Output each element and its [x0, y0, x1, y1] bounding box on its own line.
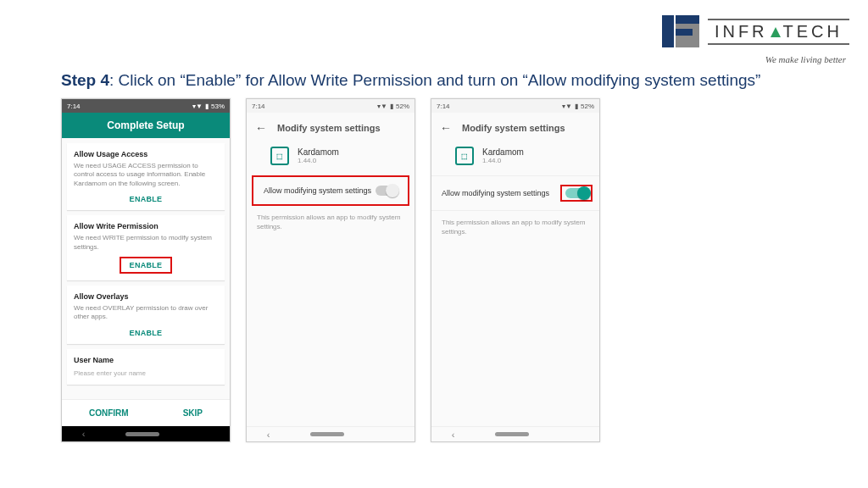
status-time: 7:14 — [252, 103, 265, 110]
app-icon: ⬚ — [455, 147, 474, 165]
status-time: 7:14 — [437, 103, 450, 110]
system-header: ← Modify system settings — [431, 113, 599, 143]
card-text: We need OVERLAY permission to draw over … — [74, 304, 218, 322]
brand-logo: INFR TECH — [662, 15, 849, 47]
statusbar: 7:14 ▾▼ ▮ 52% — [431, 99, 599, 113]
app-version: 1.44.0 — [298, 157, 339, 164]
toggle-highlight — [560, 185, 593, 202]
toggle-row-highlighted[interactable]: Allow modifying system settings — [252, 175, 409, 206]
toggle-label: Allow modifying system settings — [264, 186, 371, 195]
wifi-icon: ▾▼ — [377, 103, 387, 110]
screen-header: Complete Setup — [62, 113, 230, 138]
nav-back-icon[interactable]: ‹ — [82, 429, 86, 439]
status-battery: 52% — [396, 103, 409, 110]
app-version: 1.44.0 — [482, 157, 524, 164]
android-navbar: ‹ — [247, 426, 415, 441]
header-title: Modify system settings — [462, 123, 565, 133]
brand-name-right: TECH — [783, 22, 843, 42]
nav-home-pill[interactable] — [125, 432, 159, 436]
wifi-icon: ▾▼ — [562, 103, 572, 110]
nav-back-icon[interactable]: ‹ — [452, 430, 455, 440]
enable-button[interactable]: ENABLE — [74, 329, 218, 337]
nav-home-pill[interactable] — [310, 432, 344, 436]
status-time: 7:14 — [67, 103, 81, 110]
header-title: Modify system settings — [277, 123, 381, 133]
app-icon: ⬚ — [270, 147, 289, 165]
app-row: ⬚ Kardamom 1.44.0 — [431, 143, 599, 175]
app-row: ⬚ Kardamom 1.44.0 — [247, 143, 415, 175]
android-navbar: ‹ — [431, 426, 599, 441]
phone-screenshot-3: 7:14 ▾▼ ▮ 52% ← Modify system settings ⬚… — [431, 98, 600, 442]
card-title: Allow Usage Access — [74, 150, 218, 158]
step-number: Step 4 — [61, 71, 109, 89]
status-battery: 52% — [581, 103, 594, 110]
phone-screenshot-1: 7:14 ▾▼ ▮ 53% Complete Setup Allow Usage… — [61, 98, 231, 442]
skip-button[interactable]: SKIP — [183, 408, 203, 418]
card-title: Allow Overlays — [74, 292, 218, 301]
card-overlays: Allow Overlays We need OVERLAY permissio… — [67, 286, 225, 344]
brand-name-left: INFR — [715, 22, 768, 42]
system-header: ← Modify system settings — [247, 113, 415, 143]
nav-back-icon[interactable]: ‹ — [267, 430, 270, 440]
battery-icon: ▮ — [390, 103, 393, 110]
bottom-bar: CONFIRM SKIP — [62, 399, 230, 426]
card-usage-access: Allow Usage Access We need USAGE ACCESS … — [67, 143, 225, 210]
logo-text: INFR TECH — [708, 19, 849, 45]
status-battery: 53% — [211, 103, 225, 110]
toggle-switch-off[interactable] — [376, 186, 398, 196]
username-input[interactable]: Please enter your name — [74, 369, 218, 378]
toggle-label: Allow modifying system settings — [442, 189, 549, 197]
phone-screenshot-2: 7:14 ▾▼ ▮ 52% ← Modify system settings ⬚… — [246, 98, 415, 442]
wifi-icon: ▾▼ — [192, 103, 203, 110]
permission-description: This permission allows an app to modify … — [431, 211, 599, 243]
logo-nf-icon — [662, 15, 699, 47]
nav-home-pill[interactable] — [495, 432, 529, 436]
card-write-permission: Allow Write Permission We need WRITE per… — [67, 215, 225, 280]
app-name: Kardamom — [482, 147, 524, 157]
confirm-button[interactable]: CONFIRM — [89, 408, 129, 418]
card-user-name: User Name Please enter your name — [67, 349, 225, 385]
toggle-row[interactable]: Allow modifying system settings — [431, 175, 599, 211]
card-text: We need USAGE ACCESS permission to contr… — [74, 162, 218, 188]
step-text: : Click on “Enable” for Allow Write Perm… — [109, 71, 760, 89]
app-name: Kardamom — [298, 147, 339, 157]
battery-icon: ▮ — [205, 103, 209, 110]
card-title: User Name — [74, 356, 218, 364]
enable-button[interactable]: ENABLE — [74, 195, 218, 203]
brand-tagline: We make living better — [765, 54, 846, 64]
card-title: Allow Write Permission — [74, 222, 218, 230]
back-arrow-icon[interactable]: ← — [255, 121, 267, 135]
logo-triangle-icon — [771, 27, 781, 37]
android-navbar: ‹ — [62, 426, 230, 441]
statusbar: 7:14 ▾▼ ▮ 52% — [247, 99, 415, 113]
step-heading: Step 4: Click on “Enable” for Allow Writ… — [61, 71, 760, 90]
back-arrow-icon[interactable]: ← — [440, 121, 452, 135]
card-text: We need WRITE permission to modify syste… — [74, 234, 218, 252]
statusbar: 7:14 ▾▼ ▮ 53% — [62, 99, 230, 113]
toggle-switch-on[interactable] — [565, 188, 587, 198]
permission-description: This permission allows an app to modify … — [247, 206, 415, 238]
battery-icon: ▮ — [575, 103, 578, 110]
enable-button-highlighted[interactable]: ENABLE — [120, 257, 173, 274]
